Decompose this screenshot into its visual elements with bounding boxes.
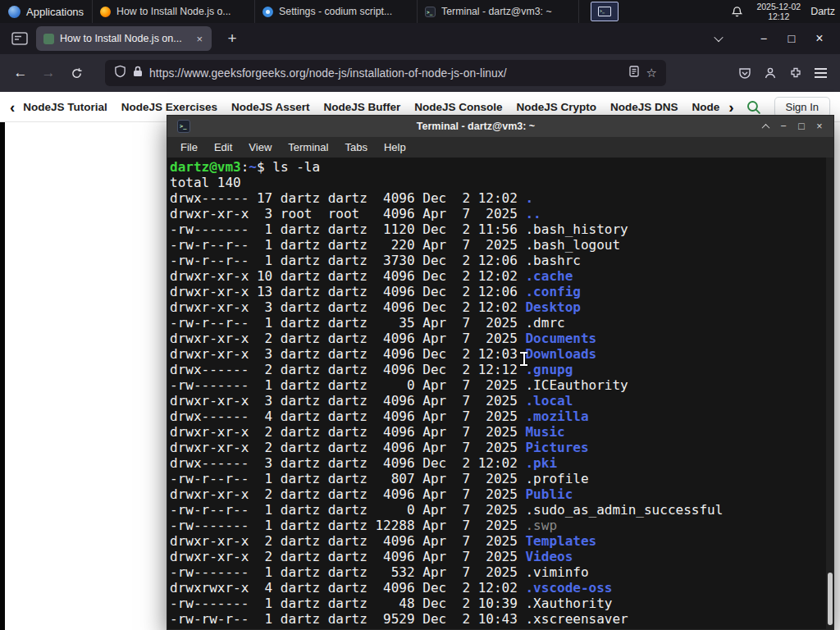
terminal-output-line: drwxr-xr-x 2 dartz dartz 4096 Apr 7 2025… — [170, 331, 833, 346]
panel-window-title: How to Install Node.js o... — [116, 6, 231, 17]
terminal-output-line: -rw------- 1 dartz dartz 1120 Dec 2 11:5… — [170, 221, 833, 237]
panel-window-button[interactable]: Terminal - dartz@vm3: ~ — [417, 0, 579, 23]
terminal-output-line: drwx------ 2 dartz dartz 4096 Dec 2 12:1… — [170, 362, 833, 377]
terminal-total-line: total 140 — [170, 175, 833, 190]
terminal-listing: drwx------ 17 dartz dartz 4096 Dec 2 12:… — [170, 190, 833, 627]
lock-icon[interactable] — [133, 66, 143, 80]
file-name: .mozilla — [525, 409, 588, 424]
terminal-output-line: -rw------- 1 dartz dartz 48 Dec 2 10:39 … — [170, 596, 833, 611]
terminal-output-line: -rw-r--r-- 1 dartz dartz 3730 Dec 2 12:0… — [170, 253, 833, 268]
url-bar[interactable]: https://www.geeksforgeeks.org/node-js/in… — [105, 60, 666, 86]
file-meta: -rw-r--r-- 1 dartz dartz 807 Apr 7 2025 — [170, 471, 525, 486]
scrollbar-thumb[interactable] — [828, 573, 833, 625]
terminal-menu-item[interactable]: Terminal — [280, 141, 336, 153]
file-name: .sudo_as_admin_successful — [525, 502, 723, 518]
terminal-menu-item[interactable]: Help — [376, 141, 414, 153]
file-name: Public — [525, 486, 573, 502]
file-name: .pki — [525, 455, 557, 471]
browser-minimize-button[interactable]: − — [750, 32, 778, 45]
terminal-close-button[interactable]: × — [810, 116, 829, 137]
panel-window-list: How to Install Node.js o...Settings - co… — [92, 0, 579, 23]
reload-icon — [71, 67, 83, 80]
file-meta: drwxr-xr-x 13 dartz dartz 4096 Dec 2 12:… — [170, 284, 525, 299]
browser-tab[interactable]: How to Install Node.js on... × — [36, 26, 212, 51]
file-name: .viminfo — [525, 564, 588, 580]
tab-close-icon[interactable]: × — [194, 33, 204, 45]
site-nav-item[interactable]: NodeJS Console — [414, 101, 502, 113]
terminal-menu-item[interactable]: Tabs — [336, 141, 375, 153]
prompt-colon: : — [241, 159, 249, 175]
terminal-shade-button[interactable] — [756, 116, 774, 137]
search-icon[interactable] — [746, 99, 761, 115]
nav-scroll-left-icon[interactable] — [10, 99, 15, 115]
menu-hamburger-icon[interactable] — [808, 61, 833, 86]
site-nav-item[interactable]: NodeJS Tutorial — [23, 101, 107, 113]
site-nav-item[interactable]: NodeJS Buffer — [323, 101, 400, 113]
terminal-menu-item[interactable]: File — [172, 141, 206, 153]
pocket-icon[interactable] — [732, 61, 757, 86]
site-nav-item[interactable]: NodeJS Crypto — [517, 101, 597, 113]
site-nav-item[interactable]: NodeJS DNS — [610, 101, 678, 113]
site-nav-item[interactable]: Node — [692, 101, 720, 113]
reload-button[interactable] — [62, 59, 90, 87]
file-name: Pictures — [525, 440, 588, 455]
reader-view-icon[interactable] — [628, 66, 640, 80]
url-text[interactable]: https://www.geeksforgeeks.org/node-js/in… — [149, 67, 622, 80]
browser-maximize-button[interactable]: □ — [778, 32, 806, 45]
applications-menu-icon — [8, 6, 21, 18]
file-name: .profile — [525, 471, 588, 486]
terminal-menu-item[interactable]: Edit — [206, 141, 240, 153]
file-meta: drwxr-xr-x 3 root root 4096 Apr 7 2025 — [170, 206, 525, 221]
file-name: Documents — [525, 331, 596, 346]
file-meta: drwxr-xr-x 2 dartz dartz 4096 Apr 7 2025 — [170, 424, 525, 440]
tray-terminal-button[interactable] — [591, 2, 619, 21]
list-all-tabs-button[interactable] — [709, 29, 728, 48]
sign-in-button[interactable]: Sign In — [774, 97, 830, 117]
file-name: Templates — [525, 533, 596, 549]
applications-menu-button[interactable]: Applications — [0, 0, 92, 23]
browser-close-button[interactable]: × — [806, 31, 833, 46]
bookmark-star-icon[interactable]: ☆ — [646, 66, 657, 80]
account-icon[interactable] — [757, 61, 783, 86]
panel-window-button[interactable]: How to Install Node.js o... — [92, 0, 254, 23]
file-name: .ICEauthority — [525, 377, 628, 393]
nav-scroll-right-icon[interactable] — [728, 99, 733, 115]
terminal-output-line: -rw-r--r-- 1 dartz dartz 807 Apr 7 2025 … — [170, 471, 833, 486]
file-meta: drwxr-xr-x 2 dartz dartz 4096 Apr 7 2025 — [170, 440, 525, 455]
terminal-menubar: FileEditViewTerminalTabsHelp — [167, 137, 833, 158]
file-name: Music — [525, 424, 564, 440]
panel-user-label: Dartz — [810, 6, 835, 17]
extensions-icon[interactable] — [783, 61, 808, 86]
terminal-menu-item[interactable]: View — [240, 141, 280, 153]
file-meta: drwxr-xr-x 3 dartz dartz 4096 Apr 7 2025 — [170, 393, 525, 409]
file-meta: drwx------ 17 dartz dartz 4096 Dec 2 12:… — [170, 190, 525, 206]
chevron-down-icon — [714, 33, 723, 42]
terminal-maximize-button[interactable]: □ — [792, 116, 810, 137]
terminal-titlebar[interactable]: Terminal - dartz@vm3: ~ − □ × — [167, 116, 833, 137]
forward-button[interactable]: → — [34, 59, 62, 87]
site-nav-item[interactable]: NodeJS Assert — [231, 101, 310, 113]
shield-icon[interactable] — [114, 65, 126, 81]
notification-bell-icon[interactable] — [727, 2, 746, 21]
file-name: .swp — [525, 518, 557, 533]
panel-window-button[interactable]: Settings - codium script... — [254, 0, 417, 23]
file-name: Videos — [525, 549, 573, 564]
back-button[interactable]: ← — [7, 59, 34, 87]
terminal-scrollbar[interactable] — [826, 158, 833, 629]
new-tab-button[interactable]: + — [221, 30, 243, 48]
site-nav-item[interactable]: NodeJS Exercises — [121, 101, 217, 113]
terminal-output-line: drwxr-xr-x 2 dartz dartz 4096 Apr 7 2025… — [170, 549, 833, 564]
terminal-output-line: drwx------ 17 dartz dartz 4096 Dec 2 12:… — [170, 190, 833, 206]
panel-clock[interactable]: 2025-12-02 12:12 — [756, 2, 801, 21]
desktop-edge-strip — [0, 122, 5, 630]
terminal-output-line: -rw-r--r-- 1 dartz dartz 35 Apr 7 2025 .… — [170, 315, 833, 331]
terminal-output-line: -rw------- 1 dartz dartz 532 Apr 7 2025 … — [170, 564, 833, 580]
terminal-glyph-icon — [598, 7, 611, 16]
file-name: .. — [525, 206, 541, 221]
terminal-content[interactable]: dartz@vm3:~$ ls -la total 140 drwx------… — [167, 158, 833, 629]
firefox-view-icon[interactable] — [11, 32, 28, 45]
file-name: .gnupg — [525, 362, 573, 377]
file-name: .local — [525, 393, 573, 409]
site-favicon-icon — [43, 34, 54, 44]
terminal-minimize-button[interactable]: − — [774, 116, 792, 137]
